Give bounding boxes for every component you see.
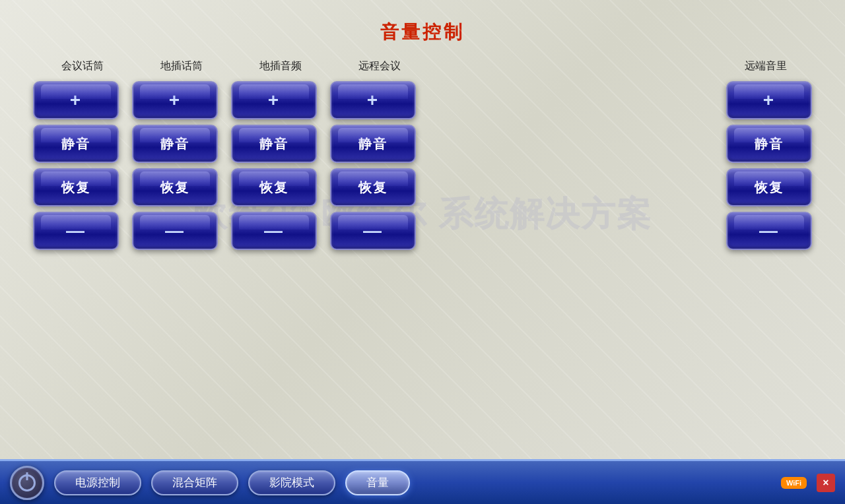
yd-yl-minus-btn[interactable]: — xyxy=(726,212,812,250)
yc-hy-mute-btn[interactable]: 静音 xyxy=(330,125,416,163)
controls-area: 会议话筒 地插话筒 地插音频 远程会议 远端音里 + 静音 恢复 — xyxy=(33,59,812,250)
dica-ht-mute-btn[interactable]: 静音 xyxy=(132,125,218,163)
nav-power-control[interactable]: 电源控制 xyxy=(54,470,141,495)
dica-ht-minus-btn[interactable]: — xyxy=(132,212,218,250)
dica-ht-plus-btn[interactable]: + xyxy=(132,81,218,119)
column-dica-yinpin: + 静音 恢复 — xyxy=(231,81,317,250)
left-button-groups: + 静音 恢复 — + 静音 恢复 — + 静音 恢复 — xyxy=(33,81,416,250)
nav-cinema-mode[interactable]: 影院模式 xyxy=(248,470,335,495)
label-huiyi-huatong: 会议话筒 xyxy=(40,59,125,73)
dica-yp-minus-btn[interactable]: — xyxy=(231,212,317,250)
yd-yl-restore-btn[interactable]: 恢复 xyxy=(726,168,812,206)
bottom-nav-bar: 电源控制 混合矩阵 影院模式 音量 WiFi × xyxy=(0,459,845,504)
dica-yp-plus-btn[interactable]: + xyxy=(231,81,317,119)
label-dica-huatong: 地插话筒 xyxy=(139,59,224,73)
label-dica-yinpin: 地插音频 xyxy=(238,59,323,73)
left-labels: 会议话筒 地插话筒 地插音频 远程会议 xyxy=(40,59,422,73)
huiyi-mute-btn[interactable]: 静音 xyxy=(33,125,119,163)
column-dica-huatong: + 静音 恢复 — xyxy=(132,81,218,250)
dica-yp-restore-btn[interactable]: 恢复 xyxy=(231,168,317,206)
yc-hy-plus-btn[interactable]: + xyxy=(330,81,416,119)
column-yuancheng-huiyi: + 静音 恢复 — xyxy=(330,81,416,250)
dica-ht-restore-btn[interactable]: 恢复 xyxy=(132,168,218,206)
column-huiyi-huatong: + 静音 恢复 — xyxy=(33,81,119,250)
huiyi-minus-btn[interactable]: — xyxy=(33,212,119,250)
yd-yl-mute-btn[interactable]: 静音 xyxy=(726,125,812,163)
column-yuanduan-yinli: + 静音 恢复 — xyxy=(726,81,812,250)
huiyi-restore-btn[interactable]: 恢复 xyxy=(33,168,119,206)
label-yuancheng-huiyi: 远程会议 xyxy=(337,59,422,73)
wifi-badge: WiFi xyxy=(781,477,807,489)
yc-hy-minus-btn[interactable]: — xyxy=(330,212,416,250)
yd-yl-plus-btn[interactable]: + xyxy=(726,81,812,119)
nav-mixed-matrix[interactable]: 混合矩阵 xyxy=(151,470,238,495)
close-button[interactable]: × xyxy=(817,474,835,492)
page-title: 音量控制 xyxy=(0,0,845,45)
huiyi-plus-btn[interactable]: + xyxy=(33,81,119,119)
label-yuanduan-yinli: 远端音里 xyxy=(720,59,812,73)
buttons-area: + 静音 恢复 — + 静音 恢复 — + 静音 恢复 — xyxy=(33,81,812,250)
dica-yp-mute-btn[interactable]: 静音 xyxy=(231,125,317,163)
power-icon xyxy=(18,474,36,491)
yc-hy-restore-btn[interactable]: 恢复 xyxy=(330,168,416,206)
column-labels-row: 会议话筒 地插话筒 地插音频 远程会议 远端音里 xyxy=(33,59,812,73)
power-button[interactable] xyxy=(10,466,44,500)
nav-volume[interactable]: 音量 xyxy=(345,470,410,495)
